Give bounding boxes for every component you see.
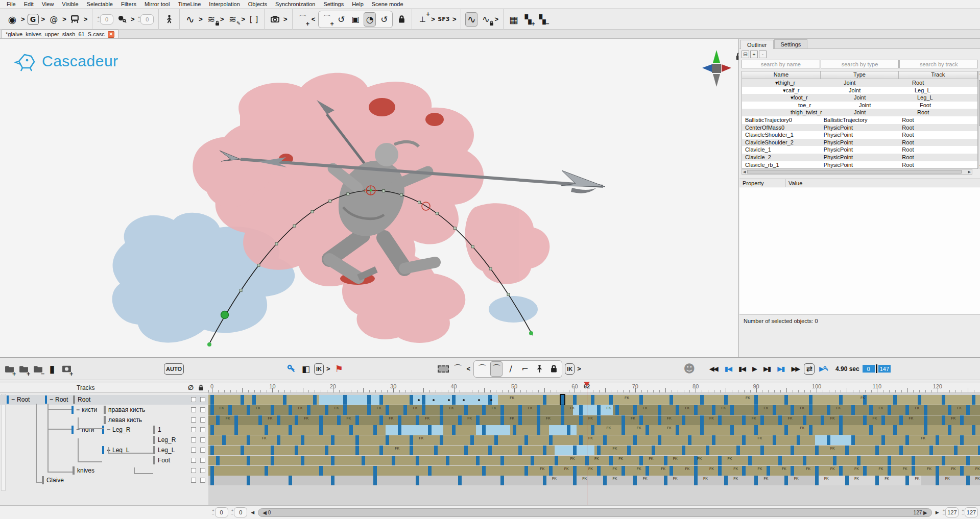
keyframe[interactable]: [228, 405, 232, 415]
range-left-arrow-icon[interactable]: ◀ 0: [262, 510, 271, 515]
keyframe[interactable]: [615, 405, 619, 415]
expand-button[interactable]: +: [750, 51, 758, 58]
character-icon[interactable]: [163, 12, 175, 27]
visibility-checkbox[interactable]: [191, 478, 196, 483]
keyframe[interactable]: [676, 425, 679, 435]
close-tab-icon[interactable]: ✕: [108, 31, 114, 38]
keyframe[interactable]: [682, 415, 685, 425]
keyframe[interactable]: [561, 395, 564, 405]
keyframe[interactable]: [888, 456, 891, 465]
keyframe[interactable]: [277, 415, 280, 425]
keyframe[interactable]: [627, 446, 631, 455]
keyframe[interactable]: [301, 456, 304, 465]
keyframe[interactable]: [591, 395, 594, 405]
keyframe[interactable]: [918, 395, 921, 405]
track-label-правая-кисть[interactable]: правая кисть: [104, 406, 189, 414]
keyframe[interactable]: [537, 405, 540, 415]
track-tree-row[interactable]: Leg_R: [0, 435, 208, 445]
keyframe[interactable]: [633, 405, 637, 415]
keyframe[interactable]: [857, 456, 861, 465]
hscroll-thumb[interactable]: [747, 170, 962, 174]
keyframe[interactable]: [458, 476, 462, 485]
ghost-after-spinner[interactable]: +−0: [138, 14, 154, 24]
key-icon[interactable]: [285, 361, 298, 377]
spinner-buttons[interactable]: +−: [231, 509, 234, 516]
keyframe[interactable]: [494, 435, 498, 445]
prev-frame-button[interactable]: ▮◀: [738, 365, 745, 373]
keyframe[interactable]: [694, 466, 698, 476]
chevron-right-icon[interactable]: >: [84, 15, 88, 23]
keyframe[interactable]: [355, 415, 359, 425]
keyframe[interactable]: [362, 456, 365, 465]
keyframe[interactable]: [452, 425, 456, 435]
keyframe[interactable]: [518, 405, 522, 415]
keyframe[interactable]: [821, 415, 824, 425]
keyframe[interactable]: [458, 415, 462, 425]
lock-checkbox[interactable]: [200, 448, 205, 453]
keyframe[interactable]: [579, 405, 583, 415]
keyframe[interactable]: [978, 446, 980, 455]
outliner-vscrollbar[interactable]: ▲ ▼: [978, 71, 980, 168]
trajectory-marker[interactable]: [418, 201, 420, 204]
tree-view-button[interactable]: ⊟: [742, 51, 749, 58]
keyframe[interactable]: [277, 435, 280, 445]
global-mode-icon[interactable]: G: [28, 14, 39, 25]
track-tree-row[interactable]: knives: [0, 466, 208, 476]
tab-outliner[interactable]: Outliner: [740, 40, 774, 49]
column-header-name[interactable]: Name: [742, 71, 821, 79]
keyframe[interactable]: [754, 405, 758, 415]
keyframe[interactable]: [773, 405, 776, 415]
track-label-glaive[interactable]: Glaive: [42, 476, 190, 484]
keyframe[interactable]: [543, 395, 546, 405]
easel-icon[interactable]: [69, 12, 81, 27]
track-label-root[interactable]: Root: [73, 396, 188, 404]
keyframe[interactable]: [392, 456, 395, 465]
keyframe[interactable]: [942, 456, 945, 465]
keyframe[interactable]: [367, 395, 371, 405]
table-row[interactable]: ▾calf_rJointLeg_L: [742, 87, 977, 94]
keyframe[interactable]: [210, 405, 214, 415]
keyframe[interactable]: [597, 415, 601, 425]
table-row[interactable]: thigh_twist_rJointRoot: [742, 109, 977, 116]
keyframe[interactable]: [803, 415, 806, 425]
keyframe[interactable]: [942, 395, 945, 405]
keyframe[interactable]: [464, 405, 468, 415]
chevron-right-icon[interactable]: <: [467, 365, 471, 373]
trajectory-marker[interactable]: [329, 200, 331, 202]
keyframe[interactable]: [597, 446, 601, 455]
range-spinner-right-1[interactable]: +−127: [962, 507, 978, 517]
avatar-icon[interactable]: ☻: [683, 361, 696, 377]
keyframe[interactable]: [573, 395, 577, 405]
keyframe[interactable]: [936, 466, 939, 476]
menu-selectable[interactable]: Selectable: [83, 1, 117, 8]
keyframe[interactable]: [500, 415, 504, 425]
keyframe[interactable]: [609, 395, 613, 405]
keyframe[interactable]: [319, 425, 323, 435]
lock-checkbox[interactable]: [200, 458, 205, 463]
keyframe[interactable]: [869, 405, 873, 415]
track-tree-row[interactable]: −Root−RootRoot: [0, 395, 208, 405]
keyframe[interactable]: [428, 466, 432, 476]
interp-bezier-icon[interactable]: ∕: [505, 361, 517, 377]
table-row[interactable]: ▾thigh_rJointRoot: [742, 79, 977, 87]
keyframe[interactable]: [845, 446, 849, 455]
keyframe[interactable]: [416, 456, 419, 465]
keyframe[interactable]: [313, 395, 317, 405]
keyframe[interactable]: [712, 405, 715, 415]
keyframe[interactable]: [784, 395, 788, 405]
keyframe[interactable]: [241, 446, 244, 455]
keyframe[interactable]: [658, 435, 661, 445]
tab-settings[interactable]: Settings: [774, 39, 808, 48]
keyframe[interactable]: [446, 456, 449, 465]
keyframe[interactable]: [773, 435, 776, 445]
auto-key-button[interactable]: AUTO: [164, 363, 184, 375]
keyframe[interactable]: [573, 466, 577, 476]
keyframe[interactable]: [809, 425, 812, 435]
keyframe[interactable]: [622, 425, 625, 435]
add-layer-icon[interactable]: ▚+: [522, 12, 534, 27]
trajectory-marker[interactable]: [400, 193, 403, 196]
keyframe[interactable]: [966, 476, 970, 485]
keyframe[interactable]: [301, 435, 304, 445]
keyframe[interactable]: [518, 446, 522, 455]
keyframe[interactable]: [537, 425, 540, 435]
